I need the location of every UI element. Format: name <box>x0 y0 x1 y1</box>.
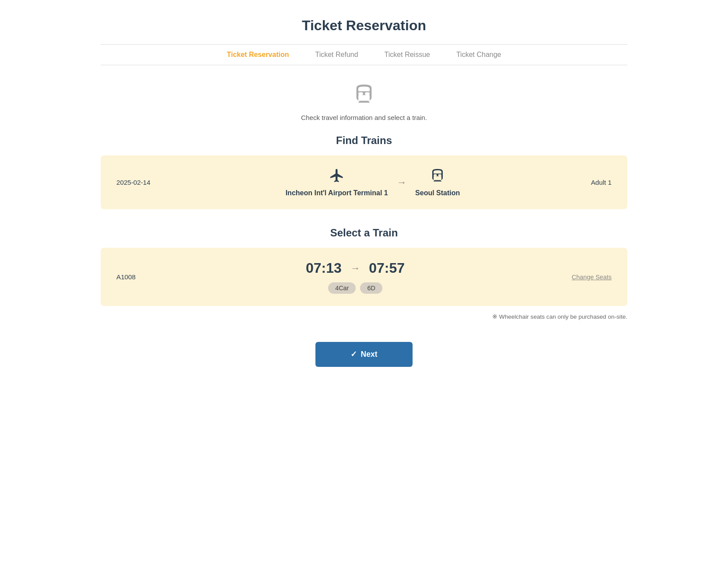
travel-card: 2025-02-14 Incheon Int'l Airport Termina… <box>101 155 627 209</box>
nav-tabs: Ticket Reservation Ticket Refund Ticket … <box>101 44 627 65</box>
wheelchair-note: ※ Wheelchair seats can only be purchased… <box>101 313 627 320</box>
next-label: Next <box>360 350 377 359</box>
change-seats-link[interactable]: Change Seats <box>559 274 612 281</box>
seats-row: 4Car 6D <box>328 282 382 294</box>
train-times: 07:13 → 07:57 4Car 6D <box>151 260 559 294</box>
departure-name: Incheon Int'l Airport Terminal 1 <box>286 189 388 197</box>
arrive-time: 07:57 <box>369 260 405 276</box>
checkmark-icon: ✓ <box>350 350 357 359</box>
destination-train-icon <box>430 168 445 186</box>
find-trains-title: Find Trains <box>101 134 627 147</box>
train-icon <box>353 83 375 109</box>
airplane-icon <box>329 168 345 186</box>
arrival-station: Seoul Station <box>415 168 460 197</box>
depart-time: 07:13 <box>306 260 342 276</box>
page-title: Ticket Reservation <box>101 18 627 34</box>
departure-station: Incheon Int'l Airport Terminal 1 <box>286 168 388 197</box>
train-number: A1008 <box>116 273 151 281</box>
info-text: Check travel information and select a tr… <box>301 114 427 121</box>
tab-ticket-reservation[interactable]: Ticket Reservation <box>227 51 289 59</box>
times-row: 07:13 → 07:57 <box>306 260 405 276</box>
seat-number: 6D <box>360 282 382 294</box>
select-train-title: Select a Train <box>101 227 627 239</box>
travel-route: Incheon Int'l Airport Terminal 1 → Seoul… <box>169 168 577 197</box>
tab-ticket-reissue[interactable]: Ticket Reissue <box>385 51 430 59</box>
time-arrow: → <box>350 263 360 274</box>
btn-area: ✓ Next <box>101 342 627 367</box>
tab-ticket-refund[interactable]: Ticket Refund <box>315 51 358 59</box>
passenger-count: Adult 1 <box>577 179 612 186</box>
route-arrow: → <box>397 177 406 188</box>
info-section: Check travel information and select a tr… <box>101 83 627 121</box>
arrival-name: Seoul Station <box>415 189 460 197</box>
travel-date: 2025-02-14 <box>116 179 169 186</box>
seat-car: 4Car <box>328 282 356 294</box>
train-card[interactable]: A1008 07:13 → 07:57 4Car 6D Change Seats <box>101 248 627 306</box>
tab-ticket-change[interactable]: Ticket Change <box>456 51 501 59</box>
next-button[interactable]: ✓ Next <box>315 342 412 367</box>
